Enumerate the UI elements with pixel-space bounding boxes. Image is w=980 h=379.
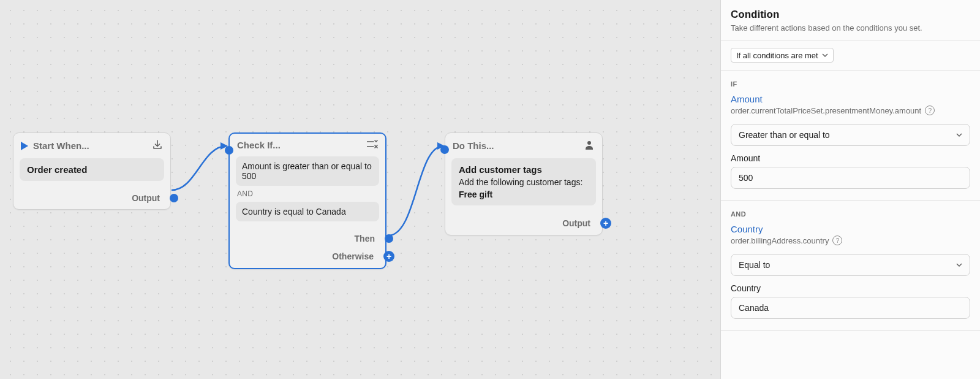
value-label-country: Country [731, 283, 970, 293]
svg-point-7 [587, 141, 591, 145]
person-icon [584, 139, 595, 152]
field-path: order.currentTotalPriceSet.presentmentMo… [731, 106, 921, 115]
help-icon[interactable]: ? [925, 105, 935, 115]
action-desc: Add the following customer tags: [459, 177, 589, 187]
otherwise-port-add[interactable]: + [383, 251, 394, 262]
then-port[interactable] [385, 234, 393, 243]
port-label-then: Then [355, 234, 375, 243]
output-port-add[interactable]: + [600, 218, 611, 229]
panel-subtitle: Take different actions based on the cond… [731, 23, 970, 33]
condition-icon [367, 140, 378, 150]
section-and: And Country order.billingAddress.country… [721, 201, 980, 331]
field-path: order.billingAddress.country [731, 236, 829, 245]
input-port[interactable] [440, 145, 449, 154]
play-icon [21, 142, 28, 150]
action-tag: Free gift [459, 190, 589, 199]
section-label-and: And [731, 210, 970, 218]
flow-canvas[interactable]: Start When... Order created Output Check… [0, 0, 720, 379]
condition-rule-1[interactable]: Amount is greater than or equal to 500 [236, 156, 379, 186]
match-mode-chip[interactable]: If all conditions are met [731, 48, 834, 63]
input-port[interactable] [225, 146, 233, 155]
start-event-title: Order created [27, 164, 157, 175]
field-link-country[interactable]: Country [731, 224, 763, 234]
value-input-country[interactable] [731, 297, 970, 319]
port-label-output: Output [132, 193, 160, 203]
condition-joiner: AND [236, 186, 379, 202]
condition-panel: Condition Take different actions based o… [720, 0, 980, 379]
field-link-amount[interactable]: Amount [731, 94, 763, 104]
node-header-label: Start When... [33, 140, 89, 151]
node-check-if[interactable]: Check If... Amount is greater than or eq… [228, 132, 386, 269]
help-icon[interactable]: ? [832, 235, 842, 245]
operator-select-country[interactable]: Equal to [731, 254, 970, 276]
value-label-amount: Amount [731, 153, 970, 163]
svg-marker-2 [21, 142, 28, 150]
output-port[interactable] [170, 194, 178, 202]
port-label-output: Output [562, 218, 590, 228]
operator-select-amount[interactable]: Greater than or equal to [731, 124, 970, 146]
import-icon[interactable] [152, 139, 163, 152]
node-do-this[interactable]: Do This... Add customer tags Add the fol… [445, 132, 603, 235]
port-label-otherwise: Otherwise [332, 251, 374, 261]
node-start-when[interactable]: Start When... Order created Output [13, 132, 171, 210]
section-label-if: If [731, 80, 970, 88]
section-if: If Amount order.currentTotalPriceSet.pre… [721, 71, 980, 201]
action-title: Add customer tags [459, 164, 589, 175]
condition-rule-2[interactable]: Country is equal to Canada [236, 202, 379, 221]
panel-title: Condition [731, 9, 970, 21]
value-input-amount[interactable] [731, 167, 970, 189]
node-header-label: Check If... [237, 140, 281, 150]
node-header-label: Do This... [453, 140, 494, 151]
